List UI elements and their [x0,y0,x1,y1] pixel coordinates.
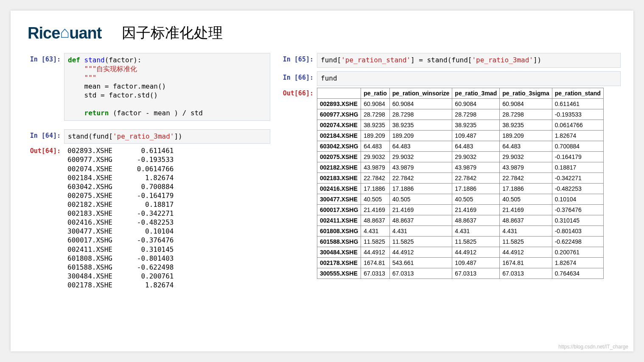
table-cell: 22.7842 [361,173,389,183]
table-cell: 11.5825 [361,236,389,247]
table-cell: 543.661 [389,257,452,268]
table-cell: -0.376476 [552,204,603,215]
table-cell: 29.9032 [361,151,389,162]
table-row: 002416.XSHE17.188617.188617.188617.1886-… [317,183,604,194]
table-row: 002183.XSHE22.784222.784222.784222.7842-… [317,173,604,183]
table-cell: 44.4912 [361,247,389,257]
table-cell: 4.431 [500,226,552,236]
table-header: pe_ration_stand [552,88,603,98]
table-cell: 11.5825 [452,236,500,247]
cell-65: In [65]: fund['pe_ration_stand'] = stand… [276,53,621,68]
logo-text-1: Rice [28,24,60,42]
cell-66-in: In [66]: fund [276,71,621,86]
table-cell: 44.4912 [389,247,452,257]
table-cell: 1674.81 [500,257,552,268]
table-cell: 64.483 [452,141,500,151]
out-prompt: Out[66]: [276,87,317,279]
logo: Rice⌂uant [28,24,101,42]
table-cell: 60.9084 [389,98,452,109]
table-cell: 28.7298 [452,109,500,120]
cell-64-in: In [64]: stand(fund['pe_ratio_3mad']) [23,129,270,144]
table-cell: 67.0313 [361,268,389,278]
table-cell: -0.193533 [552,109,603,120]
table-row: 002075.XSHE29.903229.903229.903229.9032-… [317,151,604,162]
table-header: pe_ratio_3mad [452,88,500,98]
code-input[interactable]: fund['pe_ration_stand'] = stand(fund['pe… [317,53,621,68]
code-input[interactable]: stand(fund['pe_ratio_3mad']) [64,129,270,144]
table-cell: -0.164179 [552,151,603,162]
column-left: In [63]: def stand(factor): """自实现标准化 ""… [23,53,270,292]
table-cell: 67.0313 [452,268,500,278]
table-cell: 22.7842 [500,173,552,183]
table-cell: 0.764634 [552,268,603,278]
table-cell: 60.9084 [452,98,500,109]
cell-66-out: Out[66]: pe_ratiope_ration_winsorizepe_r… [276,87,621,279]
table-index-cell: 002178.XSHE [317,257,361,268]
table-cell: 21.4169 [452,204,500,215]
table-row: 603042.XSHG64.48364.48364.48364.4830.700… [317,141,604,151]
table-cell: 40.505 [389,194,452,204]
table-index-cell: 002416.XSHE [317,183,361,194]
table-header: pe_ratio_3sigma [500,88,552,98]
table-index-cell: 600017.XSHG [317,204,361,215]
table-cell: 189.209 [500,130,552,141]
table-cell: 11.5825 [500,236,552,247]
table-cell: 21.4169 [361,204,389,215]
table-cell: 43.9879 [452,162,500,173]
table-row: 002411.XSHE48.863748.863748.863748.86370… [317,215,604,226]
table-cell: 21.4169 [389,204,452,215]
table-cell: 4.431 [389,226,452,236]
table-index-cell: 002075.XSHE [317,151,361,162]
in-prompt: In [65]: [276,53,317,68]
logo-hut-icon: ⌂ [60,23,69,41]
table-cell: 17.1886 [389,183,452,194]
content-columns: In [63]: def stand(factor): """自实现标准化 ""… [23,53,621,292]
table-header: pe_ratio [361,88,389,98]
table-cell: 38.9235 [361,120,389,130]
table-row: 002184.XSHE189.209189.209109.487189.2091… [317,130,604,141]
table-cell: 48.8637 [452,215,500,226]
table-cell: 48.8637 [500,215,552,226]
table-index-cell: 002893.XSHE [317,98,361,109]
table-cell: 0.0614766 [552,120,603,130]
table-cell: -0.482253 [552,183,603,194]
table-row: 002893.XSHE60.908460.908460.908460.90840… [317,98,604,109]
code-input[interactable]: fund [317,71,621,86]
table-cell: 28.7298 [389,109,452,120]
table-cell: 0.10104 [552,194,603,204]
table-cell: 64.483 [500,141,552,151]
table-cell: 28.7298 [361,109,389,120]
table-cell: 4.431 [452,226,500,236]
table-cell: 22.7842 [452,173,500,183]
logo-text-2: uant [69,24,101,42]
table-cell: 0.18817 [552,162,603,173]
cell-63: In [63]: def stand(factor): """自实现标准化 ""… [23,53,270,121]
table-cell: 67.0313 [500,268,552,278]
header: Rice⌂uant 因子标准化处理 [28,23,621,43]
in-prompt: In [64]: [23,129,64,144]
table-index-cell: 002184.XSHE [317,130,361,141]
page-title: 因子标准化处理 [122,23,223,43]
table-cell: 28.7298 [500,109,552,120]
code-input[interactable]: def stand(factor): """自实现标准化 """ mean = … [64,53,270,121]
table-cell: 0.310145 [552,215,603,226]
table-cell: 38.9235 [500,120,552,130]
table-cell: 40.505 [361,194,389,204]
table-cell: 22.7842 [389,173,452,183]
table-cell: 40.505 [500,194,552,204]
table-cell: 29.9032 [389,151,452,162]
table-cell: 40.505 [452,194,500,204]
in-prompt: In [63]: [23,53,64,121]
watermark: https://blog.csdn.net/IT_charge [558,344,628,350]
table-index-cell: 002074.XSHE [317,120,361,130]
table-index-cell: 002182.XSHE [317,162,361,173]
table-cell: 48.8637 [389,215,452,226]
table-cell: 38.9235 [389,120,452,130]
table-row: 300555.XSHE67.031367.031367.031367.03130… [317,268,604,278]
table-cell: 44.4912 [500,247,552,257]
table-cell: 60.9084 [500,98,552,109]
table-cell: 43.9879 [361,162,389,173]
table-cell: 189.209 [389,130,452,141]
table-index-cell: 002411.XSHE [317,215,361,226]
table-cell: 17.1886 [452,183,500,194]
